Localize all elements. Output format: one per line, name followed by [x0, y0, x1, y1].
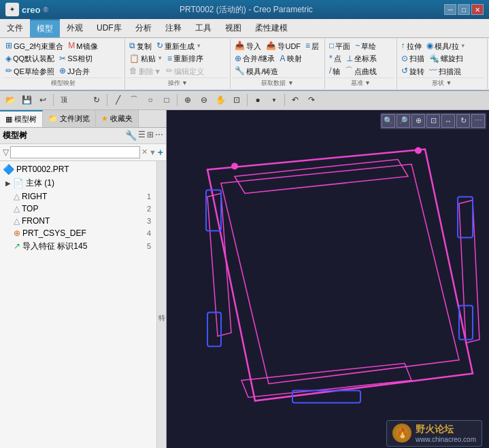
ribbon-btn-qe[interactable]: ✏QE草绘参照: [3, 65, 56, 77]
tb-sep2: [107, 94, 107, 106]
ribbon-btn-mold[interactable]: 🔧模具/铸造: [233, 65, 280, 77]
ribbon-btn-shape-more[interactable]: ◉模具/拉▼: [424, 40, 468, 52]
prt-icon: 🔷: [3, 164, 14, 175]
ribbon-group-get-data: 📥导入 📤导UDF ≡层 ⊕合并/继承 A映射 🔧模具/铸造 获取数据 ▼: [231, 39, 325, 89]
ribbon-group-model-mapping: ⊞GG_2约束重合 MM镜像 ◈QQ默认装配 ✂SS相切 ✏QE草绘参照 ⊕JJ…: [1, 39, 125, 89]
ribbon-btn-mirror[interactable]: MM镜像: [66, 40, 99, 52]
tb-line[interactable]: ╱: [110, 92, 125, 107]
ribbon-btn-export-udf[interactable]: 📤导UDF: [264, 40, 303, 52]
ribbon-btn-point[interactable]: *点: [327, 53, 343, 65]
ribbon-btn-merge[interactable]: ⊕合并/继承: [233, 53, 277, 65]
ribbon-btn-map[interactable]: A映射: [278, 53, 304, 65]
tb-display-mode[interactable]: ●: [250, 92, 265, 107]
search-clear-btn[interactable]: ✕: [141, 148, 148, 156]
tb-view-front[interactable]: [73, 92, 88, 107]
minimize-button[interactable]: ─: [444, 4, 456, 15]
vp-zoom-out[interactable]: 🔎: [397, 114, 410, 128]
ribbon-btn-gg2[interactable]: ⊞GG_2约束重合: [3, 40, 65, 52]
ribbon-btn-extrude[interactable]: ↑拉伸: [399, 40, 424, 52]
search-input[interactable]: [10, 146, 140, 158]
tb-spin[interactable]: ↻: [89, 92, 104, 107]
tb-zoom-in[interactable]: ⊕: [180, 92, 195, 107]
ribbon-btn-reorder[interactable]: ≡重新排序: [165, 53, 205, 65]
tree-expand-btn[interactable]: ⊞: [147, 130, 154, 141]
search-arrow-btn[interactable]: ▼: [149, 148, 156, 156]
maximize-button[interactable]: □: [458, 4, 470, 15]
tree-item-front[interactable]: △ FRONT 3: [0, 215, 156, 227]
tb-open[interactable]: 📂: [3, 92, 18, 107]
menu-file[interactable]: 文件: [0, 19, 30, 37]
ribbon-btn-jj[interactable]: ⊕JJ合并: [57, 65, 92, 77]
ribbon-btn-sweep-blend[interactable]: 〰扫描混: [427, 65, 463, 77]
menu-view[interactable]: 视图: [218, 19, 248, 37]
vp-pan[interactable]: ↔: [441, 114, 455, 128]
menu-appearance[interactable]: 外观: [60, 19, 90, 37]
tb-save[interactable]: 💾: [19, 92, 34, 107]
tree-settings-btn[interactable]: 🔧: [125, 130, 137, 141]
ribbon-btn-plane[interactable]: □平面: [327, 40, 352, 52]
tb-rect[interactable]: □: [159, 92, 174, 107]
vp-more[interactable]: ⋯: [471, 114, 485, 128]
main-area: ▦ 模型树 📁 文件浏览 ★ 收藏夹 模型树 🔧 ☰ ⊞ ⋯ ▽: [0, 110, 489, 448]
tb-circle[interactable]: ○: [143, 92, 158, 107]
left-panel: ▦ 模型树 📁 文件浏览 ★ 收藏夹 模型树 🔧 ☰ ⊞ ⋯ ▽: [0, 110, 167, 448]
tab-favorites-label: 收藏夹: [110, 114, 133, 124]
ribbon-btn-copy[interactable]: ⧉复制: [127, 40, 154, 52]
ribbon-btn-regenerate[interactable]: ↻重新生成▼: [154, 40, 203, 52]
vp-rotate[interactable]: ↻: [456, 114, 470, 128]
ribbon-btn-sketch[interactable]: ~草绘: [353, 40, 378, 52]
search-add-btn[interactable]: +: [158, 147, 163, 158]
tree-item-num-front: 3: [147, 217, 154, 225]
tb-arc[interactable]: ⌒: [127, 92, 141, 107]
ribbon-btn-layer[interactable]: ≡层: [303, 40, 321, 52]
ribbon-btn-delete[interactable]: 🗑删除▼: [127, 65, 163, 77]
tab-model-tree-label: 模型树: [14, 114, 37, 124]
tb-sep3: [177, 94, 178, 106]
tb-undo[interactable]: ↩: [35, 92, 50, 107]
ribbon-btn-revolve[interactable]: ↺旋转: [399, 65, 426, 77]
close-button[interactable]: ✕: [471, 4, 484, 15]
ribbon-btn-edit-def[interactable]: ✏编辑定义: [164, 65, 206, 77]
tb-view-top[interactable]: 顶: [56, 92, 71, 107]
tree-item-prt0002[interactable]: 🔷 PRT0002.PRT: [0, 162, 156, 176]
tree-list-btn[interactable]: ☰: [138, 130, 146, 141]
ribbon-btn-csys[interactable]: ⊥坐标系: [344, 53, 379, 65]
tb-pan[interactable]: ✋: [213, 92, 228, 107]
menu-model[interactable]: 模型: [30, 19, 60, 37]
ribbon-btn-ss[interactable]: ✂SS相切: [57, 53, 95, 65]
menu-tools[interactable]: 工具: [188, 19, 218, 37]
tb-fit[interactable]: ⊡: [229, 92, 244, 107]
tab-favorites[interactable]: ★ 收藏夹: [96, 110, 139, 127]
tb-redo[interactable]: ↷: [304, 92, 319, 107]
ribbon-btn-sweep[interactable]: ⊙扫描: [399, 53, 426, 65]
tb-display-drop[interactable]: ▼: [267, 92, 282, 107]
tree-item-body[interactable]: ▶ 📄 主体 (1): [0, 176, 156, 190]
tree-item-right[interactable]: △ RIGHT 1: [0, 190, 156, 203]
vp-fit[interactable]: ⊕: [411, 114, 425, 128]
tree-item-csys[interactable]: ⊕ PRT_CSYS_DEF 4: [0, 227, 156, 239]
viewport[interactable]: 🔍 🔎 ⊕ ⊡ ↔ ↻ ⋯ 🔥 野火论坛 www.chinacreo.com: [167, 110, 489, 448]
body-icon: 📄: [13, 178, 24, 188]
ribbon-btn-import[interactable]: 📥导入: [233, 40, 263, 52]
tree-more-btn[interactable]: ⋯: [155, 130, 163, 141]
app-name: creo: [22, 5, 40, 15]
ribbon-btn-helical[interactable]: 🔩螺旋扫: [427, 53, 465, 65]
tab-model-tree[interactable]: ▦ 模型树: [0, 110, 43, 127]
ribbon-btn-paste[interactable]: 📋粘贴▼: [127, 53, 165, 65]
ribbon-btn-qq[interactable]: ◈QQ默认装配: [3, 53, 56, 65]
vp-zoom-in[interactable]: 🔍: [382, 114, 395, 128]
menu-annotation[interactable]: 注释: [158, 19, 188, 37]
watermark-content: 🔥 野火论坛 www.chinacreo.com: [386, 420, 482, 447]
menu-udf[interactable]: UDF库: [90, 19, 129, 37]
ribbon-btn-curve[interactable]: ⌒点曲线: [343, 65, 379, 77]
menu-flexible[interactable]: 柔性建模: [248, 19, 294, 37]
menu-analysis[interactable]: 分析: [129, 19, 158, 37]
tree-item-import[interactable]: ↗ 导入特征 标识145 5: [0, 239, 156, 254]
vp-reset[interactable]: ⊡: [426, 114, 440, 128]
tree-item-top[interactable]: △ TOP 2: [0, 203, 156, 215]
ribbon-btn-axis[interactable]: /轴: [327, 65, 342, 77]
tb-zoom-out[interactable]: ⊖: [197, 92, 212, 107]
tab-file-browser[interactable]: 📁 文件浏览: [43, 110, 96, 127]
tb-undo2[interactable]: ↶: [288, 92, 303, 107]
tree-item-num-right: 1: [147, 192, 154, 201]
